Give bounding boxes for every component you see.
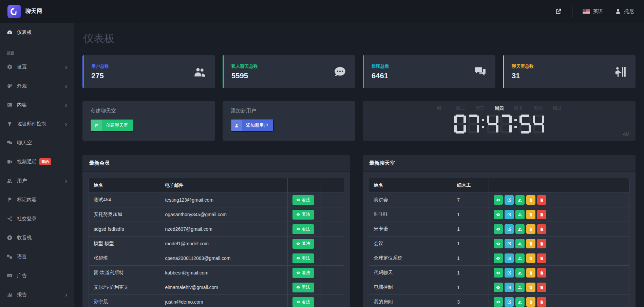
create-chatroom-button[interactable]: 创建聊天室 [91,119,133,131]
brand[interactable]: n 聊天网 [0,0,74,23]
sidebar-item-1[interactable]: 外观› [0,76,74,95]
chatroom-actions [494,283,624,292]
chatroom-members-button[interactable] [515,268,525,278]
restore-chatroom-button[interactable] [526,239,535,248]
view-chatroom-button[interactable] [494,297,503,307]
edit-chatroom-button[interactable] [505,297,514,307]
view-button-label: 看法 [302,197,310,203]
delete-chatroom-button[interactable] [537,297,546,307]
chatroom-members-button[interactable] [515,195,525,205]
sidebar-item-9[interactable]: 收音机 [0,228,74,247]
view-button-label: 看法 [302,285,310,290]
view-member-button[interactable]: 看法 [292,268,314,278]
create-chatroom-card: 创建聊天室创建聊天室 [82,101,215,141]
sidebar-item-label: 社交登录 [17,216,37,222]
chatroom-members-button[interactable] [515,283,525,292]
users-icon [518,242,522,246]
empty-cell [321,266,344,280]
app-logo-icon: n [7,5,21,18]
edit-chatroom-button[interactable] [505,224,514,234]
user-menu[interactable]: 托尼 [615,8,634,15]
sidebar-item-3[interactable]: 垃圾邮件控制› [0,114,74,133]
view-member-button[interactable]: 看法 [292,253,314,263]
view-chatroom-button[interactable] [494,224,503,234]
view-chatroom-button[interactable] [494,210,503,219]
delete-chatroom-button[interactable] [537,224,546,234]
view-member-button[interactable]: 看法 [292,283,314,292]
button-icon-segment [231,120,242,131]
view-member-button[interactable]: 看法 [292,239,314,249]
sidebar-item-12[interactable]: 报告› [0,285,74,304]
chatroom-members-button[interactable] [515,253,525,263]
delete-chatroom-button[interactable] [537,239,546,248]
restore-chatroom-button[interactable] [526,224,535,234]
restore-chatroom-button[interactable] [526,297,535,307]
edit-icon [507,300,511,304]
panel-title: 最新会员 [89,160,110,166]
member-actions-cell: 看法 [288,295,321,307]
view-member-button[interactable]: 看法 [292,195,314,205]
delete-chatroom-button[interactable] [537,210,546,219]
chatroom-actions [494,224,624,234]
view-member-button[interactable]: 看法 [292,297,314,307]
restore-chatroom-button[interactable] [526,253,535,263]
sidebar-item-10[interactable]: 语言 [0,247,74,266]
member-email-cell: testing123@gmail.com [160,193,288,207]
sidebar-item-2[interactable]: 内容› [0,95,74,114]
sidebar-item-0[interactable]: 设置› [0,57,74,76]
sidebar-nav: 设置›外观›内容›垃圾邮件控制›聊天室视频通话新的用户›标记内容社交登录收音机语… [0,57,74,304]
view-member-button[interactable]: 看法 [292,224,314,234]
edit-chatroom-button[interactable] [505,195,514,205]
view-chatroom-button[interactable] [494,195,503,205]
clock-digit [468,115,479,134]
sidebar-item-5[interactable]: 视频通话新的 [0,152,74,171]
chatroom-members-button[interactable] [515,239,525,248]
flag-icon [94,123,99,128]
page-title: 仪表板 [83,32,636,46]
restore-chatroom-button[interactable] [526,195,535,205]
view-member-button[interactable]: 看法 [292,210,314,220]
member-actions-cell: 看法 [288,280,321,295]
trash-restore-icon [529,271,533,275]
delete-chatroom-button[interactable] [537,283,546,292]
delete-chatroom-button[interactable] [537,268,546,278]
stat-label: 用户总数 [91,63,109,69]
language-selector[interactable]: 英语 [583,8,603,15]
view-chatroom-button[interactable] [494,283,503,292]
member-name-cell: 艾尔玛·萨利霍夫 [89,280,160,295]
chatroom-members-button[interactable] [515,224,525,234]
view-chatroom-button[interactable] [494,253,503,263]
edit-chatroom-button[interactable] [505,210,514,219]
chatroom-members-button[interactable] [515,297,525,307]
eye-icon [496,227,500,231]
sidebar-item-dashboard[interactable]: 仪表板 [0,23,74,42]
chevron-right-icon: › [65,291,67,298]
restore-chatroom-button[interactable] [526,283,535,292]
sidebar-item-4[interactable]: 聊天室 [0,133,74,152]
delete-chatroom-button[interactable] [537,253,546,263]
sidebar-item-11[interactable]: Ad广告 [0,266,74,285]
chatroom-members-button[interactable] [515,210,525,219]
view-chatroom-button[interactable] [494,268,503,278]
edit-chatroom-button[interactable] [505,253,514,263]
chevron-right-icon: › [65,102,67,108]
add-user-button[interactable]: 添加新用户 [231,119,273,131]
restore-chatroom-button[interactable] [526,210,535,219]
external-link-icon[interactable] [554,8,562,15]
sidebar-item-7[interactable]: 标记内容 [0,190,74,209]
edit-icon [507,256,511,261]
sidebar-item-8[interactable]: 社交登录 [0,209,74,228]
clock-digit [500,115,512,134]
view-chatroom-button[interactable] [494,239,503,248]
edit-chatroom-button[interactable] [505,283,514,292]
eye-icon [296,285,300,289]
delete-chatroom-button[interactable] [537,195,546,205]
edit-chatroom-button[interactable] [505,239,514,248]
app-title: 聊天网 [25,8,42,15]
edit-chatroom-button[interactable] [505,268,514,278]
clock-digit [533,115,544,134]
sidebar-item-6[interactable]: 用户› [0,171,74,190]
tables-row: 最新会员 姓名电子邮件 测试454testing123@gmail.com看法安… [82,155,636,307]
empty-cell [321,193,344,207]
restore-chatroom-button[interactable] [526,268,535,278]
